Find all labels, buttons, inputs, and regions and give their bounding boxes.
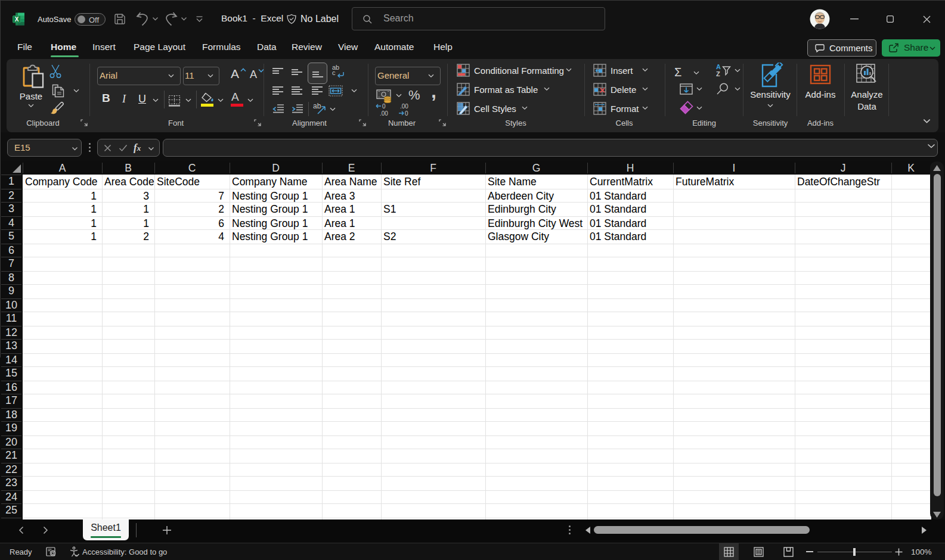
svg-text:A: A bbox=[716, 63, 721, 70]
svg-text:Z: Z bbox=[716, 70, 720, 77]
svg-text:.00: .00 bbox=[380, 110, 388, 117]
svg-text:.00: .00 bbox=[400, 103, 408, 110]
svg-text:0: 0 bbox=[405, 110, 408, 117]
svg-text:0: 0 bbox=[382, 103, 386, 110]
svg-text:X: X bbox=[15, 16, 19, 23]
